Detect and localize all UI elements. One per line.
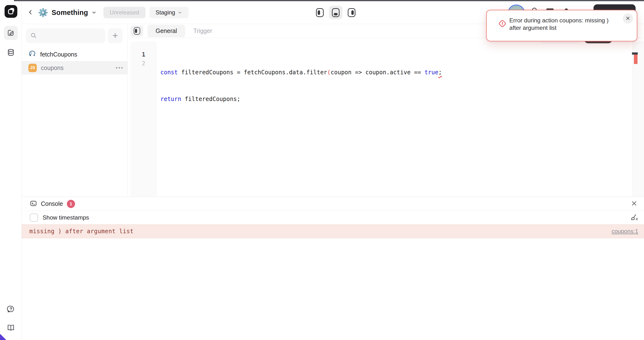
pages-logo-icon [7, 7, 15, 16]
unreleased-badge: Unreleased [104, 7, 146, 18]
clear-console-button[interactable] [630, 213, 638, 222]
close-icon [625, 16, 630, 22]
error-marker [634, 54, 638, 64]
help-button[interactable] [4, 302, 18, 316]
header-left: ⚙️ Something Unreleased Staging [28, 1, 188, 24]
line-number: 2 [130, 59, 157, 68]
console-panel: Console 1 Show timestamps [22, 197, 644, 340]
add-query-button[interactable] [108, 28, 123, 43]
tab-general[interactable]: General [148, 25, 185, 37]
console-icon [30, 200, 37, 208]
search-icon [30, 32, 37, 40]
console-error-message: missing ) after argument list [29, 228, 134, 235]
app-root: ⚙️ Something Unreleased Staging [0, 0, 644, 340]
scrollbar-thumb[interactable] [632, 52, 638, 54]
nav-data-button[interactable] [4, 46, 18, 60]
layout-toggles [313, 1, 358, 24]
right-panel-icon [348, 8, 356, 17]
more-menu-icon[interactable] [116, 67, 123, 68]
code-editor[interactable]: 1 2 const filteredCoupons = fetchCoupons… [128, 38, 644, 196]
compose-icon [7, 29, 15, 37]
tab-trigger[interactable]: Trigger [185, 25, 220, 37]
toggle-right-panel-button[interactable] [345, 6, 358, 19]
error-toast: Error during action coupons: missing ) a… [486, 10, 637, 41]
code-line-1: const filteredCoupons = fetchCoupons.dat… [160, 68, 442, 77]
app-logo[interactable] [4, 5, 17, 18]
nav-editor-button[interactable] [4, 26, 18, 40]
warning-diamond-icon [498, 19, 507, 29]
console-source-link[interactable]: coupons:1 [612, 228, 638, 235]
console-count-badge: 1 [67, 200, 75, 208]
collapse-sidebar-button[interactable] [130, 26, 143, 36]
code-lines[interactable]: const filteredCoupons = fetchCoupons.dat… [160, 50, 442, 122]
show-timestamps-label[interactable]: Show timestamps [42, 214, 89, 221]
docs-button[interactable] [4, 321, 18, 335]
overview-ruler[interactable] [632, 41, 644, 196]
close-icon [630, 200, 638, 208]
chevron-left-icon [28, 9, 34, 16]
editor-panel: General Trigger 1 2 const filteredCoupon… [128, 24, 644, 197]
env-select-label: Staging [156, 9, 175, 16]
console-entry-error: missing ) after argument list coupons:1 [22, 224, 644, 238]
toast-close-button[interactable] [623, 14, 633, 24]
toggle-bottom-panel-button[interactable] [329, 6, 342, 19]
show-timestamps-checkbox[interactable] [30, 214, 38, 222]
console-title: Console [41, 200, 63, 207]
background-window-corner [0, 334, 6, 340]
database-icon [7, 48, 15, 57]
help-icon [7, 305, 15, 314]
plus-icon [112, 32, 119, 40]
postgres-icon [28, 50, 36, 59]
query-item-label: coupons [41, 64, 64, 72]
console-controls: Show timestamps [22, 211, 644, 224]
code-line-2: return filteredCoupons; [160, 95, 442, 104]
console-header: Console 1 [22, 197, 644, 211]
left-panel-icon [316, 8, 324, 17]
chevron-down-icon [178, 10, 182, 15]
book-icon [7, 324, 15, 332]
query-item-fetchCoupons[interactable]: fetchCoupons [22, 48, 128, 61]
query-sidebar: fetchCoupons JS coupons [22, 24, 128, 197]
chevron-down-icon[interactable] [92, 10, 97, 15]
back-button[interactable] [28, 9, 34, 16]
left-panel-icon [134, 27, 140, 35]
query-item-label: fetchCoupons [40, 51, 77, 58]
console-close-button[interactable] [630, 199, 639, 209]
window-top-edge [14, 0, 644, 1]
toast-message: Error during action coupons: missing ) a… [509, 16, 616, 32]
bottom-panel-icon [332, 8, 340, 17]
search-input[interactable] [40, 32, 105, 39]
javascript-icon: JS [28, 64, 37, 72]
env-select[interactable]: Staging [149, 7, 188, 18]
line-number: 1 [130, 50, 157, 59]
query-item-coupons[interactable]: JS coupons [22, 61, 128, 74]
app-gear-icon: ⚙️ [38, 8, 48, 16]
broom-icon [630, 213, 638, 222]
search-box[interactable] [26, 28, 105, 43]
line-numbers: 1 2 [130, 50, 157, 68]
toggle-left-panel-button[interactable] [313, 6, 326, 19]
left-rail [0, 0, 22, 340]
app-name: Something [52, 9, 88, 16]
sidebar-search-row [22, 24, 128, 48]
